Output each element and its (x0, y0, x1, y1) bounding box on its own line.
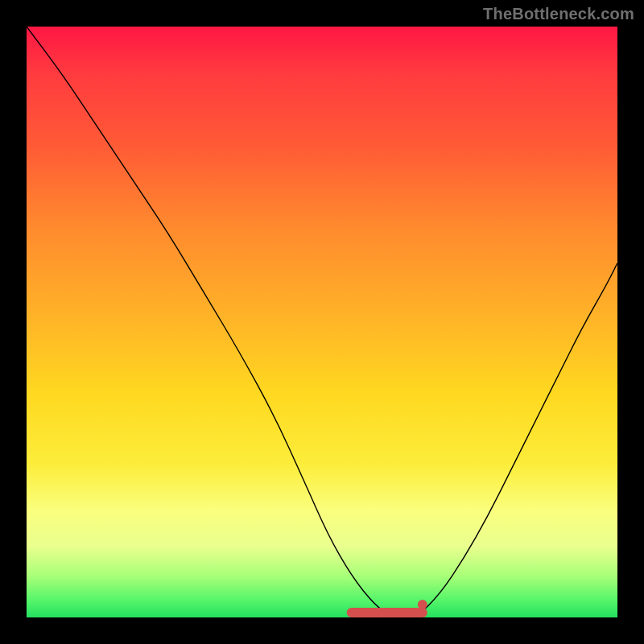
plot-area (27, 27, 617, 617)
watermark-text: TheBottleneck.com (483, 5, 634, 23)
chart-svg (27, 27, 617, 617)
bottleneck-curve (27, 27, 617, 617)
highlight-end-marker (418, 600, 427, 609)
chart-frame: TheBottleneck.com (0, 0, 644, 644)
